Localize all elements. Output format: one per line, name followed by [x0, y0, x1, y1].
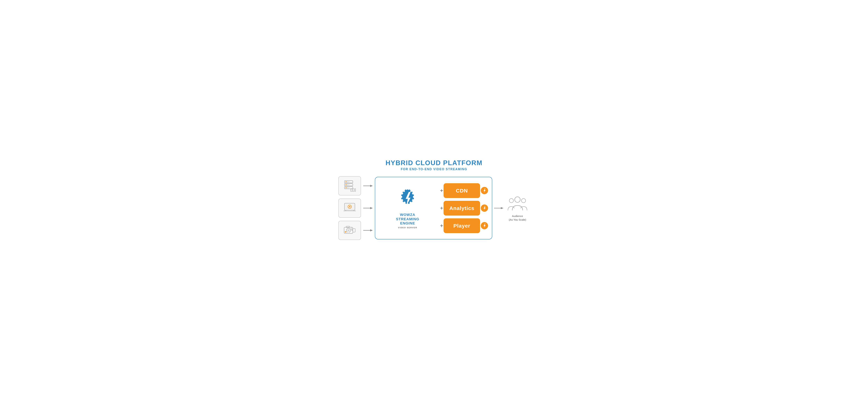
engine-sub: VIDEO SERVER — [398, 226, 417, 228]
player-row: + Player — [440, 218, 489, 233]
sources-column — [338, 176, 361, 240]
svg-point-27 — [348, 230, 349, 231]
svg-point-16 — [352, 189, 353, 191]
svg-point-6 — [345, 184, 346, 185]
wowza-badge-player — [480, 222, 489, 230]
cdn-row: + CDN — [440, 183, 489, 198]
services-section: + CDN + Analytics — [440, 183, 489, 233]
arrow-server — [363, 176, 373, 195]
svg-point-50 — [509, 198, 514, 203]
svg-point-1 — [345, 181, 346, 182]
to-audience-arrow — [492, 206, 505, 211]
svg-marker-35 — [370, 185, 373, 187]
svg-rect-29 — [353, 228, 355, 232]
svg-rect-13 — [348, 187, 350, 188]
player-button[interactable]: Player — [443, 218, 480, 233]
svg-rect-9 — [348, 185, 349, 185]
cdn-button[interactable]: CDN — [443, 183, 480, 198]
source-arrows — [361, 176, 375, 240]
svg-rect-23 — [346, 210, 353, 211]
svg-point-33 — [351, 229, 352, 231]
svg-point-49 — [515, 197, 520, 203]
audience-section: Audience (As You Scale) — [505, 195, 530, 222]
svg-marker-37 — [370, 207, 373, 209]
svg-marker-48 — [501, 207, 503, 209]
svg-rect-4 — [348, 182, 349, 182]
page-subtitle: FOR END-TO-END VIDEO STREAMING — [401, 167, 467, 171]
svg-rect-3 — [348, 181, 350, 182]
engine-logo-icon — [396, 188, 419, 210]
audience-label: Audience (As You Scale) — [509, 214, 526, 222]
analytics-row: + Analytics — [440, 201, 489, 216]
svg-rect-15 — [350, 189, 354, 191]
svg-rect-31 — [346, 232, 349, 233]
svg-marker-17 — [354, 189, 355, 191]
source-camera — [338, 221, 361, 240]
engine-name: WOWZA STREAMING ENGINE — [396, 213, 419, 226]
svg-point-11 — [345, 187, 346, 188]
page-container: HYBRID CLOUD PLATFORM FOR END-TO-END VID… — [338, 159, 530, 240]
page-title: HYBRID CLOUD PLATFORM — [385, 159, 482, 167]
arrow-camera — [363, 221, 373, 240]
wowza-badge-analytics — [480, 204, 489, 212]
plus-player: + — [440, 223, 443, 228]
audience-icon — [507, 195, 528, 213]
platform-box: WOWZA STREAMING ENGINE VIDEO SERVER + CD… — [375, 177, 492, 239]
svg-point-32 — [351, 228, 352, 229]
arrow-laptop — [363, 198, 373, 218]
svg-marker-39 — [370, 229, 373, 232]
svg-rect-14 — [348, 188, 349, 188]
plus-cdn: + — [440, 188, 443, 193]
engine-section: WOWZA STREAMING ENGINE VIDEO SERVER — [379, 186, 436, 231]
analytics-button[interactable]: Analytics — [443, 201, 480, 216]
plus-analytics: + — [440, 205, 443, 211]
svg-rect-8 — [348, 184, 350, 185]
diagram: WOWZA STREAMING ENGINE VIDEO SERVER + CD… — [338, 176, 530, 240]
svg-rect-30 — [345, 232, 346, 233]
source-laptop — [338, 198, 361, 218]
source-server — [338, 176, 361, 195]
svg-point-51 — [522, 198, 526, 203]
wowza-badge-cdn — [480, 187, 489, 194]
